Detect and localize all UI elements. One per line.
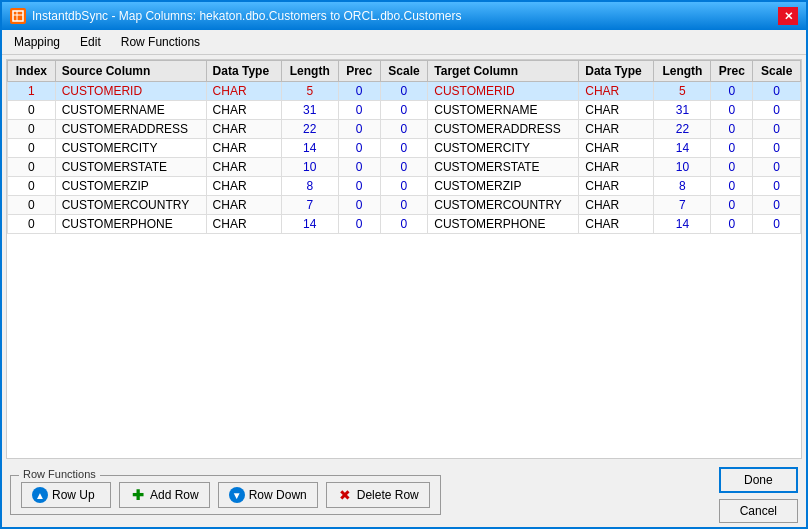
bottom-area: Row Functions ▲ Row Up ✚ Add Row ▼ Row D… xyxy=(2,463,806,527)
table-cell: 0 xyxy=(8,215,56,234)
cancel-button[interactable]: Cancel xyxy=(719,499,798,523)
table-cell: 7 xyxy=(654,196,711,215)
table-cell: 22 xyxy=(654,120,711,139)
table-cell: 14 xyxy=(281,215,338,234)
done-button[interactable]: Done xyxy=(719,467,798,493)
table-cell: 0 xyxy=(380,139,428,158)
table-cell: 31 xyxy=(281,101,338,120)
table-cell: 0 xyxy=(711,196,753,215)
table-cell: 0 xyxy=(753,177,801,196)
table-cell: 0 xyxy=(8,177,56,196)
table-cell: 0 xyxy=(711,139,753,158)
table-cell: 0 xyxy=(753,158,801,177)
table-cell: 14 xyxy=(654,215,711,234)
table-row[interactable]: 0CUSTOMERSTATECHAR1000CUSTOMERSTATECHAR1… xyxy=(8,158,801,177)
table-cell: CUSTOMERPHONE xyxy=(428,215,579,234)
row-down-button[interactable]: ▼ Row Down xyxy=(218,482,318,508)
table-cell: CUSTOMERCOUNTRY xyxy=(55,196,206,215)
table-cell: 22 xyxy=(281,120,338,139)
table-cell: CHAR xyxy=(579,120,654,139)
table-cell: 0 xyxy=(338,120,380,139)
table-row[interactable]: 0CUSTOMERZIPCHAR800CUSTOMERZIPCHAR800 xyxy=(8,177,801,196)
header-index: Index xyxy=(8,61,56,82)
table-cell: 10 xyxy=(654,158,711,177)
table-row[interactable]: 0CUSTOMERCOUNTRYCHAR700CUSTOMERCOUNTRYCH… xyxy=(8,196,801,215)
table-row[interactable]: 0CUSTOMERCITYCHAR1400CUSTOMERCITYCHAR140… xyxy=(8,139,801,158)
row-functions-group: Row Functions ▲ Row Up ✚ Add Row ▼ Row D… xyxy=(10,475,441,515)
table-cell: 1 xyxy=(8,82,56,101)
table-cell: 0 xyxy=(753,101,801,120)
table-cell: 0 xyxy=(380,177,428,196)
table-cell: CUSTOMERSTATE xyxy=(428,158,579,177)
table-cell: 0 xyxy=(338,177,380,196)
table-cell: CUSTOMERID xyxy=(428,82,579,101)
menu-mapping[interactable]: Mapping xyxy=(6,32,68,52)
table-cell: CUSTOMERID xyxy=(55,82,206,101)
close-button[interactable]: ✕ xyxy=(778,7,798,25)
menu-edit[interactable]: Edit xyxy=(72,32,109,52)
title-bar-left: InstantdbSync - Map Columns: hekaton.dbo… xyxy=(10,8,462,24)
table-cell: CHAR xyxy=(206,120,281,139)
table-cell: 8 xyxy=(654,177,711,196)
header-src-datatype: Data Type xyxy=(206,61,281,82)
table-cell: CUSTOMERNAME xyxy=(55,101,206,120)
table-cell: 0 xyxy=(8,120,56,139)
header-source-column: Source Column xyxy=(55,61,206,82)
delete-row-button[interactable]: ✖ Delete Row xyxy=(326,482,430,508)
header-src-length: Length xyxy=(281,61,338,82)
table-cell: 0 xyxy=(380,120,428,139)
row-down-icon: ▼ xyxy=(229,487,245,503)
table-cell: 7 xyxy=(281,196,338,215)
table-cell: CHAR xyxy=(206,139,281,158)
add-row-button[interactable]: ✚ Add Row xyxy=(119,482,210,508)
table-cell: CHAR xyxy=(579,101,654,120)
table-cell: 0 xyxy=(338,158,380,177)
table-cell: 0 xyxy=(711,215,753,234)
header-target-column: Target Column xyxy=(428,61,579,82)
table-cell: 5 xyxy=(654,82,711,101)
table-row[interactable]: 0CUSTOMERPHONECHAR1400CUSTOMERPHONECHAR1… xyxy=(8,215,801,234)
header-tgt-prec: Prec xyxy=(711,61,753,82)
window-title: InstantdbSync - Map Columns: hekaton.dbo… xyxy=(32,9,462,23)
table-cell: CHAR xyxy=(206,158,281,177)
table-cell: 0 xyxy=(711,177,753,196)
columns-table: Index Source Column Data Type Length Pre… xyxy=(7,60,801,234)
table-cell: 14 xyxy=(281,139,338,158)
header-src-scale: Scale xyxy=(380,61,428,82)
table-cell: 0 xyxy=(753,120,801,139)
table-cell: 0 xyxy=(8,101,56,120)
table-cell: 0 xyxy=(338,139,380,158)
table-cell: CHAR xyxy=(579,196,654,215)
table-cell: 0 xyxy=(8,139,56,158)
row-functions-label: Row Functions xyxy=(19,468,100,480)
add-row-label: Add Row xyxy=(150,488,199,502)
row-up-button[interactable]: ▲ Row Up xyxy=(21,482,111,508)
table-cell: CHAR xyxy=(579,139,654,158)
table-cell: CHAR xyxy=(579,158,654,177)
title-bar: InstantdbSync - Map Columns: hekaton.dbo… xyxy=(2,2,806,30)
table-cell: 0 xyxy=(711,101,753,120)
table-cell: 0 xyxy=(380,196,428,215)
table-cell: CUSTOMERCITY xyxy=(428,139,579,158)
table-cell: 0 xyxy=(380,82,428,101)
table-row[interactable]: 1CUSTOMERIDCHAR500CUSTOMERIDCHAR500 xyxy=(8,82,801,101)
table-row[interactable]: 0CUSTOMERADDRESSCHAR2200CUSTOMERADDRESSC… xyxy=(8,120,801,139)
table-cell: 0 xyxy=(753,82,801,101)
table-cell: CUSTOMERCOUNTRY xyxy=(428,196,579,215)
menu-row-functions[interactable]: Row Functions xyxy=(113,32,208,52)
table-cell: 0 xyxy=(380,215,428,234)
header-tgt-scale: Scale xyxy=(753,61,801,82)
table-body: 1CUSTOMERIDCHAR500CUSTOMERIDCHAR5000CUST… xyxy=(8,82,801,234)
table-cell: 0 xyxy=(338,215,380,234)
table-cell: 0 xyxy=(753,139,801,158)
table-cell: 0 xyxy=(338,101,380,120)
table-cell: 0 xyxy=(380,158,428,177)
table-cell: CUSTOMERZIP xyxy=(55,177,206,196)
delete-row-label: Delete Row xyxy=(357,488,419,502)
table-cell: CHAR xyxy=(206,82,281,101)
svg-rect-0 xyxy=(13,11,23,21)
table-row[interactable]: 0CUSTOMERNAMECHAR3100CUSTOMERNAMECHAR310… xyxy=(8,101,801,120)
menu-bar: Mapping Edit Row Functions xyxy=(2,30,806,55)
header-tgt-datatype: Data Type xyxy=(579,61,654,82)
table-cell: CUSTOMERNAME xyxy=(428,101,579,120)
